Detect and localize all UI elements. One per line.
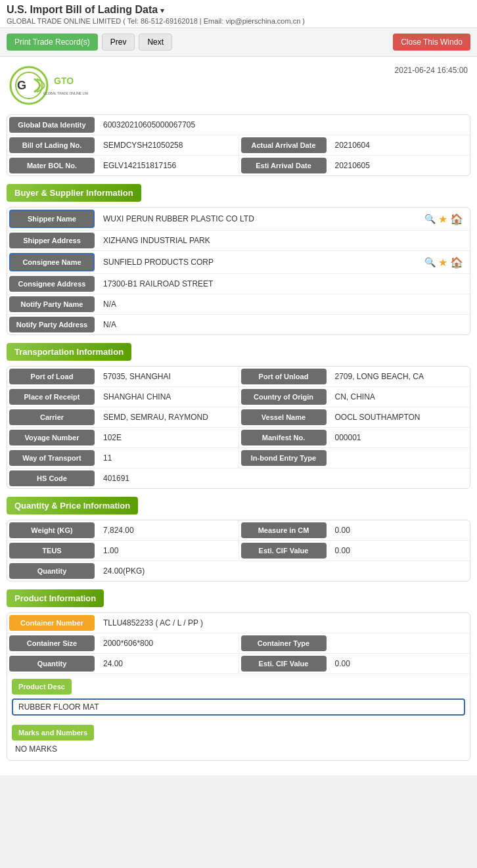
product-header: Product Information	[7, 589, 104, 607]
inbond-value	[329, 448, 470, 468]
port-row: Port of Load 57035, SHANGHAI Port of Unl…	[7, 367, 470, 387]
close-button[interactable]: Close This Windo	[393, 34, 470, 51]
weight-col: Weight (KG) 7,824.00	[7, 520, 238, 540]
home-icon-2[interactable]: 🏠	[450, 256, 463, 269]
consignee-address-value: 17300-B1 RAILROAD STREET	[97, 274, 470, 294]
transportation-section: Transportation Information Port of Load …	[7, 343, 470, 489]
shipper-name-value-area: WUXI PERUN RUBBER PLASTIC CO LTD 🔍 ★ 🏠	[97, 208, 470, 230]
container-size-type-row: Container Size 2000*606*800 Container Ty…	[7, 633, 470, 654]
home-icon[interactable]: 🏠	[450, 213, 463, 225]
carrier-label: Carrier	[9, 409, 95, 425]
quantity-price-card: Weight (KG) 7,824.00 Measure in CM 0.00 …	[7, 520, 470, 582]
container-number-value: TLLU4852233 ( AC / L / PP )	[97, 613, 470, 633]
master-bol-row: Mater BOL No. EGLV142151817156 Esti Arri…	[7, 156, 470, 175]
marks-numbers-area: Marks and Numbers NO MARKS	[7, 720, 470, 760]
consignee-address-label: Consignee Address	[9, 276, 95, 292]
consignee-name-label: Consignee Name	[9, 253, 95, 271]
notify-party-address-row: Notify Party Address N/A	[7, 315, 470, 334]
master-bol-value: EGLV142151817156	[97, 156, 238, 175]
shipper-address-label: Shipper Address	[9, 233, 95, 248]
consignee-name-value: SUNFIELD PRODUCTS CORP	[103, 258, 424, 267]
country-origin-label: Country of Origin	[241, 389, 327, 405]
shipper-name-label: Shipper Name	[9, 210, 95, 228]
weight-measure-row: Weight (KG) 7,824.00 Measure in CM 0.00	[7, 520, 470, 541]
next-button[interactable]: Next	[139, 34, 172, 51]
document-timestamp: 2021-06-24 16:45:00	[395, 66, 468, 75]
dropdown-arrow[interactable]: ▾	[160, 6, 164, 15]
marks-label: Marks and Numbers	[12, 725, 94, 741]
voyage-col: Voyage Number 102E	[7, 428, 238, 447]
search-icon[interactable]: 🔍	[424, 214, 436, 224]
product-quantity-col: Quantity 24.00	[7, 654, 238, 674]
vessel-label: Vessel Name	[241, 409, 327, 425]
port-unload-col: Port of Unload 2709, LONG BEACH, CA	[238, 367, 470, 386]
measure-value: 0.00	[329, 520, 470, 540]
hs-code-value: 401691	[97, 468, 470, 488]
teus-cif-row: TEUS 1.00 Esti. CIF Value 0.00	[7, 541, 470, 561]
way-transport-label: Way of Transport	[9, 450, 95, 466]
buyer-supplier-card: Shipper Name WUXI PERUN RUBBER PLASTIC C…	[7, 207, 470, 335]
inbond-label: In-bond Entry Type	[241, 450, 327, 466]
actual-arrival-value: 20210604	[329, 135, 470, 155]
search-icon-2[interactable]: 🔍	[424, 257, 436, 267]
consignee-name-row: Consignee Name SUNFIELD PRODUCTS CORP 🔍 …	[7, 251, 470, 274]
prev-button[interactable]: Prev	[102, 34, 135, 51]
product-cif-col: Esti. CIF Value 0.00	[238, 654, 470, 674]
logo-area: G GTO GLOBAL TRADE ONLINE LIMITED	[9, 66, 88, 105]
container-size-col: Container Size 2000*606*800	[7, 633, 238, 653]
teus-label: TEUS	[9, 543, 95, 559]
product-desc-value: RUBBER FLOOR MAT	[12, 698, 465, 716]
port-load-col: Port of Load 57035, SHANGHAI	[7, 367, 238, 386]
weight-label: Weight (KG)	[9, 522, 95, 538]
way-transport-value: 11	[97, 448, 238, 468]
transportation-card: Port of Load 57035, SHANGHAI Port of Unl…	[7, 366, 470, 489]
star-icon-2[interactable]: ★	[438, 256, 447, 269]
bol-no-label: Bill of Lading No.	[9, 137, 95, 153]
voyage-manifest-row: Voyage Number 102E Manifest No. 000001	[7, 428, 470, 448]
document-header: G GTO GLOBAL TRADE ONLINE LIMITED 2021-0…	[7, 63, 470, 108]
quantity-value: 24.00(PKG)	[97, 561, 470, 581]
weight-value: 7,824.00	[97, 520, 238, 540]
port-load-value: 57035, SHANGHAI	[97, 367, 238, 386]
container-number-label: Container Number	[9, 615, 95, 631]
global-data-label: Global Data Identity	[9, 117, 95, 133]
carrier-value: SEMD, SEMRAU, RAYMOND	[97, 407, 238, 427]
teus-value: 1.00	[97, 541, 238, 560]
basic-info-card: Global Data Identity 6003202106050000677…	[7, 114, 470, 176]
product-card: Container Number TLLU4852233 ( AC / L / …	[7, 612, 470, 761]
star-icon[interactable]: ★	[438, 213, 447, 225]
product-quantity-label: Quantity	[9, 656, 95, 672]
quantity-price-section: Quantity & Price Information Weight (KG)…	[7, 497, 470, 582]
container-type-col: Container Type	[238, 633, 470, 653]
notify-party-name-row: Notify Party Name N/A	[7, 294, 470, 315]
svg-text:GTO: GTO	[54, 76, 74, 86]
vessel-value: OOCL SOUTHAMPTON	[329, 407, 470, 427]
print-button[interactable]: Print Trade Record(s)	[7, 34, 98, 51]
top-bar: U.S. Import Bill of Lading Data ▾ GLOBAL…	[0, 0, 477, 28]
manifest-label: Manifest No.	[241, 430, 327, 445]
port-unload-value: 2709, LONG BEACH, CA	[329, 367, 470, 386]
quantity-label: Quantity	[9, 563, 95, 579]
receipt-origin-row: Place of Receipt SHANGHAI CHINA Country …	[7, 387, 470, 407]
place-receipt-col: Place of Receipt SHANGHAI CHINA	[7, 387, 238, 407]
consignee-icon-group: 🔍 ★ 🏠	[424, 256, 463, 269]
country-origin-col: Country of Origin CN, CHINA	[238, 387, 470, 407]
quantity-row: Quantity 24.00(PKG)	[7, 561, 470, 581]
product-cif-label: Esti. CIF Value	[241, 656, 327, 672]
svg-text:GLOBAL TRADE ONLINE LIMITED: GLOBAL TRADE ONLINE LIMITED	[43, 91, 88, 95]
container-size-value: 2000*606*800	[97, 633, 238, 653]
port-unload-label: Port of Unload	[241, 369, 327, 384]
manifest-col: Manifest No. 000001	[238, 428, 470, 447]
vessel-col: Vessel Name OOCL SOUTHAMPTON	[238, 407, 470, 427]
buyer-supplier-section: Buyer & Supplier Information Shipper Nam…	[7, 184, 470, 335]
subtitle: GLOBAL TRADE ONLINE LIMITED ( Tel: 86-51…	[7, 17, 470, 25]
shipper-address-value: XIZHANG INDUSTRIAL PARK	[97, 231, 470, 250]
esti-arrival-label: Esti Arrival Date	[241, 158, 327, 173]
transport-inbond-row: Way of Transport 11 In-bond Entry Type	[7, 448, 470, 468]
container-size-label: Container Size	[9, 635, 95, 651]
shipper-name-value: WUXI PERUN RUBBER PLASTIC CO LTD	[103, 214, 424, 223]
inbond-col: In-bond Entry Type	[238, 448, 470, 468]
main-content: G GTO GLOBAL TRADE ONLINE LIMITED 2021-0…	[0, 57, 477, 775]
esti-cif-value: 0.00	[329, 541, 470, 560]
bol-no-col: Bill of Lading No. SEMDCYSH21050258	[7, 135, 238, 155]
